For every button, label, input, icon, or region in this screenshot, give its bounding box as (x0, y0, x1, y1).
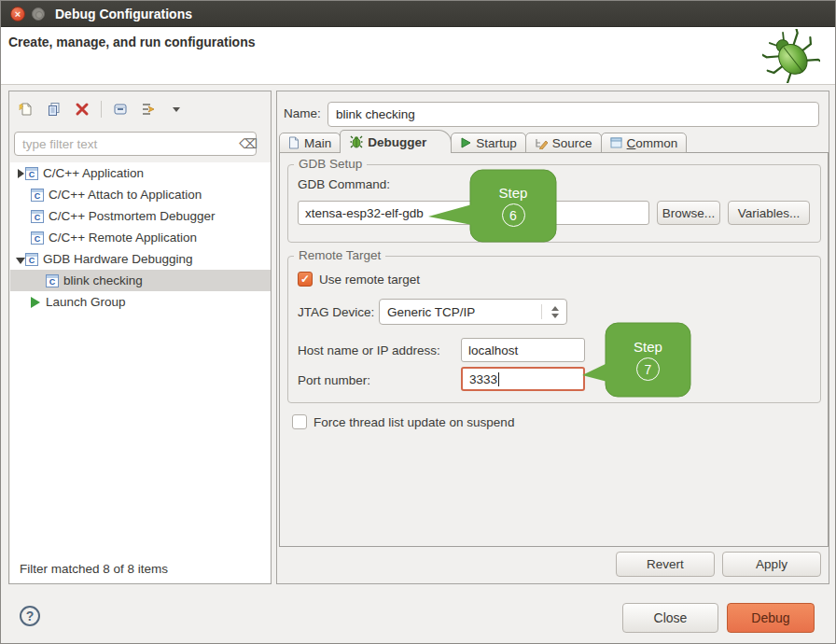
step-7-callout: Step 7 (581, 322, 691, 400)
debug-configurations-dialog: × Debug Configurations Create, manage, a… (0, 0, 836, 644)
bug-icon (762, 29, 820, 83)
tree-item-label: C/C++ Remote Application (49, 231, 197, 245)
configuration-tree: C/C++ Application C/C++ Attach to Applic… (10, 162, 271, 583)
use-remote-target-label: Use remote target (319, 273, 420, 287)
common-tab-icon (610, 137, 622, 148)
configuration-tabs: Main Debugger Startup Source (279, 130, 686, 153)
tree-item-cpp-application[interactable]: C/C++ Application (10, 162, 271, 184)
c-application-icon (31, 189, 44, 202)
c-application-icon (25, 253, 38, 266)
debug-button[interactable]: Debug (727, 603, 815, 633)
step-7-title: Step (634, 339, 662, 355)
configurations-panel: ⌫ C/C++ Application C/C++ Attach to Appl… (8, 91, 272, 584)
debugger-tab-icon (350, 135, 363, 148)
step-6-title: Step (499, 185, 528, 201)
host-label: Host name or IP address: (298, 343, 440, 357)
window-close-icon[interactable]: × (10, 7, 25, 21)
filter-input[interactable] (14, 132, 257, 156)
tree-item-label: Launch Group (46, 295, 126, 309)
name-label: Name: (284, 106, 321, 120)
step-6-number: 6 (502, 203, 525, 227)
expander-expanded-icon[interactable] (16, 255, 25, 264)
tab-label: Startup (476, 136, 517, 150)
variables-button[interactable]: Variables... (728, 201, 810, 225)
tab-source[interactable]: Source (525, 133, 602, 153)
remote-target-legend: Remote Target (294, 248, 385, 262)
apply-button[interactable]: Apply (722, 552, 821, 577)
c-application-icon (25, 167, 38, 180)
tree-item-label: blink checking (63, 273, 143, 287)
window-title: Debug Configurations (55, 1, 192, 27)
step-6-callout: Step 6 (425, 169, 558, 244)
gdb-command-label: GDB Command: (298, 177, 390, 191)
toolbar-separator (101, 101, 102, 118)
tab-label: Source (552, 136, 592, 150)
browse-button[interactable]: Browse... (657, 201, 720, 225)
startup-tab-icon (460, 137, 471, 148)
duplicate-configuration-icon[interactable] (45, 100, 63, 119)
source-tab-icon (535, 137, 548, 149)
page-title: Create, manage, and run configurations (8, 35, 256, 49)
tree-item-label: GDB Hardware Debugging (43, 252, 193, 266)
filter-status-text: Filter matched 8 of 8 items (20, 562, 168, 576)
text-cursor (498, 372, 499, 386)
tree-item-label: C/C++ Application (43, 166, 144, 180)
configuration-detail-panel: Name: Main Debugger Startup (276, 91, 829, 584)
tree-item-gdb-hardware-debugging[interactable]: GDB Hardware Debugging (10, 248, 271, 270)
tree-item-label: C/C++ Postmortem Debugger (49, 209, 216, 223)
tree-item-cpp-postmortem[interactable]: C/C++ Postmortem Debugger (10, 205, 271, 227)
help-button[interactable]: ? (20, 606, 40, 626)
tree-item-label: C/C++ Attach to Application (49, 188, 202, 202)
use-remote-target-checkbox[interactable]: ✓ (298, 272, 313, 287)
c-application-icon (31, 210, 44, 223)
host-input[interactable] (461, 338, 585, 362)
port-label: Port number: (298, 373, 370, 387)
tree-item-cpp-attach[interactable]: C/C++ Attach to Application (10, 184, 271, 205)
revert-button[interactable]: Revert (616, 552, 715, 577)
tab-label: Common (627, 136, 678, 150)
tab-common[interactable]: Common (601, 133, 688, 153)
c-application-icon (31, 231, 44, 245)
tree-item-cpp-remote[interactable]: C/C++ Remote Application (10, 227, 271, 248)
delete-configuration-icon[interactable] (73, 100, 91, 119)
configurations-toolbar (9, 91, 271, 127)
port-value: 3333 (469, 372, 497, 386)
tab-label: Debugger (368, 135, 426, 149)
filter-configurations-icon[interactable] (139, 100, 158, 119)
combo-spinner-icon (541, 304, 559, 319)
toolbar-menu-chevron-icon[interactable] (167, 100, 186, 119)
jtag-device-value: Generic TCP/IP (387, 305, 475, 319)
tab-label: Main (304, 136, 331, 150)
tree-item-launch-group[interactable]: Launch Group (10, 291, 271, 313)
tab-startup[interactable]: Startup (451, 133, 526, 153)
force-thread-list-checkbox[interactable] (292, 414, 307, 429)
launch-group-icon (31, 297, 40, 308)
expander-collapsed-icon[interactable] (16, 169, 25, 178)
main-tab-icon (288, 136, 300, 149)
step-7-number: 7 (636, 357, 660, 381)
c-application-icon (46, 274, 59, 287)
name-input[interactable] (327, 102, 819, 127)
gdb-setup-legend: GDB Setup (294, 157, 367, 171)
tab-main[interactable]: Main (279, 133, 341, 153)
jtag-device-select[interactable]: Generic TCP/IP (379, 299, 567, 325)
close-button[interactable]: Close (622, 603, 718, 633)
remote-target-group: Remote Target ✓ Use remote target JTAG D… (287, 256, 821, 403)
force-thread-list-label: Force thread list update on suspend (314, 415, 514, 429)
port-input[interactable]: 3333 (461, 367, 585, 391)
tab-debugger[interactable]: Debugger (340, 130, 452, 153)
jtag-device-label: JTAG Device: (298, 305, 374, 319)
title-bar: × Debug Configurations (1, 1, 836, 27)
tree-item-blink-checking[interactable]: blink checking (10, 270, 271, 291)
clear-filter-icon[interactable]: ⌫ (239, 135, 256, 152)
window-maximize-icon[interactable] (32, 7, 45, 21)
dialog-header: Create, manage, and run configurations (1, 27, 836, 85)
new-configuration-icon[interactable] (17, 100, 35, 119)
collapse-all-icon[interactable] (111, 100, 130, 119)
